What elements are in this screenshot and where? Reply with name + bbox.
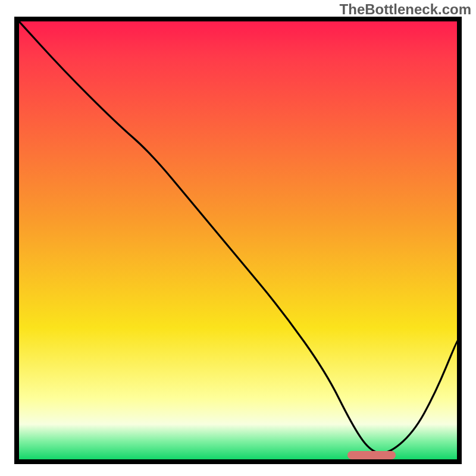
plot-area [14,17,462,464]
optimal-range-marker [347,451,396,459]
chart-root: TheBottleneck.com [0,0,476,476]
curve-path [19,21,457,453]
bottleneck-curve [19,21,457,459]
attribution-text: TheBottleneck.com [340,1,471,18]
